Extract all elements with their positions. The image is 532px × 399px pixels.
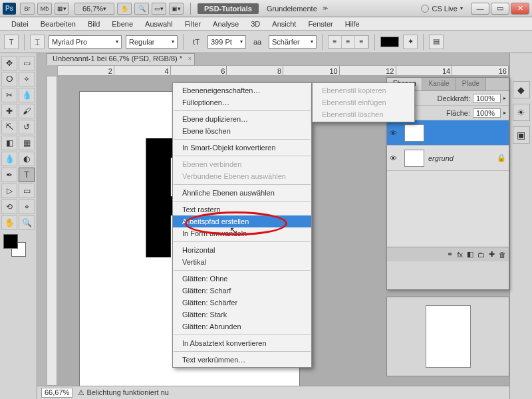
mask-icon[interactable]: ◧	[467, 250, 473, 259]
link-layers-icon[interactable]: ⚭	[447, 250, 453, 259]
menu-3d[interactable]: 3D	[245, 19, 266, 29]
font-style-combo[interactable]: Regular▾	[126, 35, 178, 49]
mi-loeschen[interactable]: Ebene löschen	[173, 125, 311, 137]
font-family-combo[interactable]: Myriad Pro▾	[49, 35, 122, 49]
fill-input[interactable]: 100%	[473, 108, 501, 118]
menu-analyse[interactable]: Analyse	[207, 19, 245, 29]
dodge-tool[interactable]: ◐	[19, 152, 35, 166]
menu-filter[interactable]: Filter	[179, 19, 207, 29]
visibility-icon[interactable]: 👁	[390, 154, 400, 162]
eraser-tool[interactable]: ◧	[1, 136, 17, 150]
menu-bearbeiten[interactable]: Bearbeiten	[35, 19, 82, 29]
navigator-thumb[interactable]	[426, 305, 471, 368]
mi-glaetten-stark[interactable]: Glätten: Stark	[173, 309, 311, 321]
arrange-button[interactable]: ▭▾	[152, 3, 166, 15]
eyedropper-tool[interactable]: 💧	[19, 88, 35, 102]
move-tool[interactable]: ✥	[1, 56, 17, 70]
swatches-panel-icon[interactable]: ◆	[513, 81, 530, 98]
workspace-psd-tutorials[interactable]: PSD-Tutorials	[198, 3, 259, 14]
mi-aehnliche[interactable]: Ähnliche Ebenen auswählen	[173, 187, 311, 199]
3d-tool[interactable]: ⟲	[1, 200, 17, 214]
menu-ansicht[interactable]: Ansicht	[266, 19, 302, 29]
gradient-tool[interactable]: ▦	[19, 136, 35, 150]
maximize-button[interactable]: ▭	[491, 3, 509, 15]
opacity-input[interactable]: 100%	[473, 94, 501, 103]
crop-tool[interactable]: ✂	[1, 88, 17, 102]
view-extras-button[interactable]: ▦▾	[55, 3, 69, 15]
marquee-tool[interactable]: ▭	[19, 56, 35, 70]
blur-tool[interactable]: 💧	[1, 152, 17, 166]
mi-duplizieren[interactable]: Ebene duplizieren…	[173, 113, 311, 125]
menu-fenster[interactable]: Fenster	[302, 19, 338, 29]
document-tab[interactable]: Unbenannt-1 bei 66,7% (PSD, RGB/8) *×	[47, 53, 195, 65]
wand-tool[interactable]: ✧	[19, 72, 35, 86]
mi-arbeitspfad-erstellen[interactable]: Arbeitspfad erstellen	[173, 215, 311, 227]
layer-background[interactable]: 👁 ergrund 🔒	[387, 146, 509, 171]
menu-datei[interactable]: Datei	[5, 19, 35, 29]
new-layer-icon[interactable]: ✚	[489, 250, 495, 259]
pen-tool[interactable]: ✒	[1, 168, 17, 182]
tab-pfade[interactable]: Pfade	[456, 78, 486, 90]
layer-text[interactable]: 👁	[387, 120, 509, 146]
workspace-grundelemente[interactable]: Grundelemente	[261, 3, 323, 14]
zoom-button[interactable]: 🔍	[134, 3, 149, 15]
fx-icon[interactable]: fx	[457, 251, 463, 259]
mi-glaetten-ohne[interactable]: Glätten: Ohne	[173, 273, 311, 285]
orientation-icon[interactable]: ⌶	[30, 35, 45, 49]
adjustments-panel-icon[interactable]: ☀	[513, 104, 530, 121]
brush-tool[interactable]: 🖌	[19, 104, 35, 118]
menu-hilfe[interactable]: Hilfe	[339, 19, 366, 29]
mi-glaetten-schaerfer[interactable]: Glätten: Schärfer	[173, 297, 311, 309]
delete-layer-icon[interactable]: 🗑	[499, 251, 506, 259]
workspace-more-icon[interactable]: ≫	[323, 5, 328, 11]
visibility-icon[interactable]: 👁	[390, 129, 400, 137]
title-bar: Ps Br Mb ▦▾ 66,7% ▾ ✋ 🔍 ▭▾ ▣▾ PSD-Tutori…	[0, 0, 532, 17]
bridge-button[interactable]: Br	[20, 3, 35, 15]
mi-absatztext[interactable]: In Absatztext konvertieren	[173, 337, 311, 349]
mi-smartobjekt[interactable]: In Smart-Objekt konvertieren	[173, 142, 311, 154]
menu-auswahl[interactable]: Auswahl	[139, 19, 179, 29]
antialias-combo[interactable]: Schärfer▾	[269, 35, 317, 49]
mi-fuelloptionen[interactable]: Fülloptionen…	[173, 96, 311, 108]
mi-glaetten-abrunden[interactable]: Glätten: Abrunden	[173, 321, 311, 332]
lasso-tool[interactable]: ⵔ	[1, 72, 17, 86]
mi-text-verkruemmen[interactable]: Text verkrümmen…	[173, 354, 311, 366]
screenmode-button[interactable]: ▣▾	[169, 3, 184, 15]
character-panel-button[interactable]: ▤	[429, 35, 444, 49]
status-zoom[interactable]: 66,67%	[41, 388, 72, 398]
hand-button[interactable]: ✋	[117, 3, 132, 15]
close-button[interactable]: ✕	[511, 3, 529, 15]
zoom-level[interactable]: 66,7% ▾	[74, 3, 114, 15]
stamp-tool[interactable]: ⛏	[1, 120, 17, 134]
close-tab-icon[interactable]: ×	[188, 55, 192, 62]
mi-glaetten-scharf[interactable]: Glätten: Scharf	[173, 285, 311, 297]
tool-preset-icon[interactable]: T	[4, 35, 19, 49]
path-select-tool[interactable]: ▷	[1, 184, 17, 198]
minibridge-button[interactable]: Mb	[37, 3, 52, 15]
cs-live[interactable]: CS Live▾	[417, 5, 467, 13]
hand-tool[interactable]: ✋	[1, 215, 17, 230]
warp-text-button[interactable]: ✦	[403, 35, 418, 49]
3d-camera-tool[interactable]: ⌖	[19, 200, 35, 214]
minimize-button[interactable]: —	[471, 3, 489, 15]
tab-kanaele[interactable]: Kanäle	[422, 78, 456, 90]
new-group-icon[interactable]: 🗀	[477, 251, 485, 259]
shape-tool[interactable]: ▭	[19, 184, 35, 198]
font-size-combo[interactable]: 399 Pt▾	[207, 35, 246, 49]
menu-bar: Datei Bearbeiten Bild Ebene Auswahl Filt…	[0, 17, 532, 31]
heal-tool[interactable]: ✚	[1, 104, 17, 118]
mi-horizontal[interactable]: Horizontal	[173, 244, 311, 256]
mi-in-form-umwandeln[interactable]: In Form umwandeln	[173, 227, 311, 239]
zoom-tool[interactable]: 🔍	[19, 215, 35, 230]
mi-vertikal[interactable]: Vertikal	[173, 256, 311, 268]
menu-ebene[interactable]: Ebene	[106, 19, 139, 29]
history-brush-tool[interactable]: ↺	[19, 120, 35, 134]
text-align-group[interactable]: ≡≡≡	[328, 35, 369, 49]
color-swatches[interactable]	[1, 234, 35, 258]
menu-bild[interactable]: Bild	[82, 19, 106, 29]
type-tool[interactable]: T	[19, 168, 35, 182]
mi-text-rastern[interactable]: Text rastern	[173, 203, 311, 215]
masks-panel-icon[interactable]: ▣	[513, 126, 530, 144]
text-color-swatch[interactable]	[380, 37, 399, 47]
mi-ebeneneigenschaften[interactable]: Ebeneneigenschaften…	[173, 84, 311, 96]
